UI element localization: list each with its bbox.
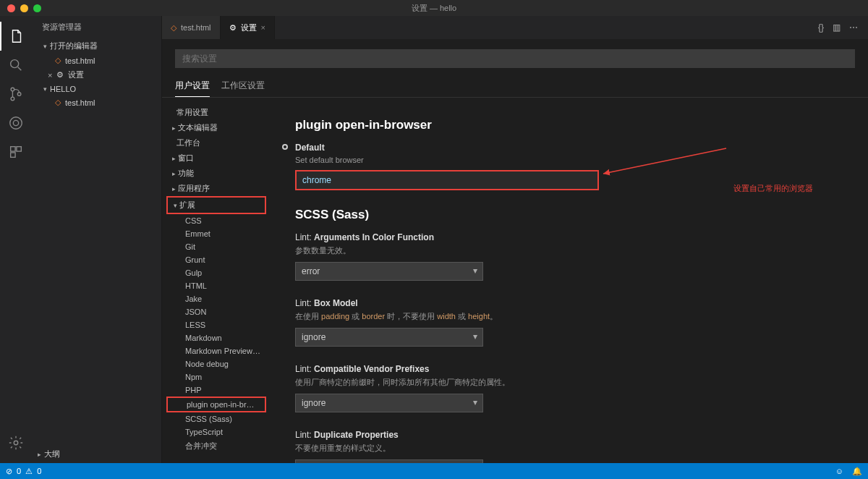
lint-select[interactable]: ignore <box>295 328 483 347</box>
setting-description: 不要使用重复的样式定义。 <box>295 443 843 454</box>
braces-icon[interactable]: {} <box>818 22 824 33</box>
warnings-icon[interactable]: ⚠ <box>25 467 33 476</box>
notifications-icon[interactable]: 🔔 <box>852 467 862 476</box>
svg-point-2 <box>11 97 14 101</box>
close-icon[interactable]: × <box>261 23 265 32</box>
toc-item[interactable]: CSS <box>166 214 266 227</box>
explorer-icon[interactable] <box>0 22 32 51</box>
svg-point-1 <box>11 88 14 91</box>
svg-point-5 <box>13 120 18 125</box>
more-icon[interactable]: ⋯ <box>849 22 858 33</box>
side-panel: 资源管理器 ▾打开的编辑器 ◇test.html ×⚙设置 ▾HELLO ◇te… <box>32 16 162 463</box>
warning-count: 0 <box>37 467 41 475</box>
toc-item[interactable]: ▸ 应用程序 <box>166 181 266 196</box>
workspace-settings-tab[interactable]: 工作区设置 <box>221 75 265 97</box>
chevron-down-icon: ▾ <box>174 202 179 209</box>
annotation-text: 设置自己常用的浏览器 <box>733 183 813 194</box>
svg-rect-7 <box>17 147 21 151</box>
svg-point-3 <box>17 93 21 96</box>
svg-point-4 <box>10 117 22 130</box>
toc-item[interactable]: HTML <box>166 279 266 292</box>
open-editor-item[interactable]: ×⚙设置 <box>38 67 161 82</box>
close-icon[interactable]: × <box>48 71 52 80</box>
setting-label: Default <box>295 143 843 153</box>
toc-item[interactable]: PHP <box>166 383 266 397</box>
svg-rect-6 <box>11 147 15 151</box>
toc-item-extensions[interactable]: ▾ 扩展 <box>166 196 266 214</box>
lint-select[interactable]: error <box>295 262 483 281</box>
titlebar: 设置 — hello <box>0 0 868 16</box>
editor-tabs: ◇test.html ⚙设置× {} ▥ ⋯ <box>162 16 868 39</box>
chevron-right-icon: ▸ <box>172 170 178 177</box>
error-count: 0 <box>17 467 21 475</box>
setting-label: Lint: Duplicate Properties <box>295 430 843 440</box>
toc-item[interactable]: 工作台 <box>166 135 266 151</box>
toc-item[interactable]: JSON <box>166 305 266 318</box>
toc-item[interactable]: 常用设置 <box>166 105 266 120</box>
svg-rect-8 <box>11 153 15 157</box>
source-control-icon[interactable] <box>0 80 32 109</box>
debug-icon[interactable] <box>0 109 32 137</box>
toc-item[interactable]: TypeScript <box>166 425 266 438</box>
toc-item[interactable]: Jake <box>166 292 266 305</box>
maximize-icon[interactable] <box>33 4 41 12</box>
toc-item[interactable]: ▸ 功能 <box>166 166 266 181</box>
toc-item[interactable]: Gulp <box>166 266 266 279</box>
open-editor-item[interactable]: ◇test.html <box>38 54 161 67</box>
toc-item[interactable]: Node debug <box>166 357 266 370</box>
chevron-right-icon: ▸ <box>172 185 178 192</box>
setting-label: Lint: Compatible Vendor Prefixes <box>295 364 843 374</box>
html-file-icon: ◇ <box>55 98 61 107</box>
side-panel-title: 资源管理器 <box>32 16 161 38</box>
split-editor-icon[interactable]: ▥ <box>833 22 841 33</box>
section-title: SCSS (Sass) <box>295 208 843 222</box>
minimize-icon[interactable] <box>20 4 28 12</box>
toc-item[interactable]: LESS <box>166 318 266 331</box>
setting-description: 在使用 padding 或 border 时，不要使用 width 或 heig… <box>295 311 843 322</box>
toc-item[interactable]: 合并冲突 <box>166 438 266 454</box>
activity-bar <box>0 16 32 463</box>
gear-icon: ⚙ <box>229 23 237 33</box>
setting-description: 参数数量无效。 <box>295 245 843 256</box>
chevron-down-icon: ▾ <box>43 85 47 93</box>
default-browser-input[interactable] <box>295 170 599 190</box>
settings-toc: 常用设置 ▸ 文本编辑器 工作台 ▸ 窗口 ▸ 功能 ▸ 应用程序 ▾ 扩展 C… <box>162 98 271 463</box>
statusbar: ⊘0 ⚠0 ☺ 🔔 <box>0 463 868 479</box>
toc-item[interactable]: Markdown Preview … <box>166 344 266 357</box>
outline-header[interactable]: ▸大纲 <box>32 446 162 462</box>
extensions-icon[interactable] <box>0 137 32 166</box>
toc-item[interactable]: ▸ 文本编辑器 <box>166 120 266 135</box>
toc-item[interactable]: Emmet <box>166 227 266 240</box>
toc-item[interactable]: Markdown <box>166 331 266 344</box>
open-editors-header[interactable]: ▾打开的编辑器 <box>38 38 161 54</box>
modified-indicator-icon <box>282 144 288 150</box>
close-icon[interactable] <box>7 4 15 12</box>
folder-header[interactable]: ▾HELLO <box>38 82 161 96</box>
feedback-icon[interactable]: ☺ <box>835 467 843 476</box>
gear-icon: ⚙ <box>56 70 64 80</box>
lint-select[interactable]: ignore <box>295 459 483 463</box>
toc-item[interactable]: Git <box>166 240 266 253</box>
setting-label: Lint: Box Model <box>295 298 843 308</box>
user-settings-tab[interactable]: 用户设置 <box>175 75 210 97</box>
setting-label: Lint: Arguments In Color Function <box>295 232 843 242</box>
tab-test-html[interactable]: ◇test.html <box>162 16 221 39</box>
svg-point-0 <box>11 60 19 68</box>
settings-search-input[interactable] <box>175 49 855 68</box>
toc-item[interactable]: Npm <box>166 370 266 383</box>
setting-description: 使用厂商特定的前缀时，同时添加所有其他厂商特定的属性。 <box>295 377 843 388</box>
chevron-right-icon: ▸ <box>172 124 178 132</box>
file-item[interactable]: ◇test.html <box>38 96 161 109</box>
chevron-right-icon: ▸ <box>172 155 178 162</box>
toc-item[interactable]: ▸ 窗口 <box>166 151 266 166</box>
tab-settings[interactable]: ⚙设置× <box>221 16 275 39</box>
settings-gear-icon[interactable] <box>0 428 32 457</box>
editor-area: ◇test.html ⚙设置× {} ▥ ⋯ 用户设置 工作区设置 常用设置 ▸… <box>162 16 868 463</box>
errors-icon[interactable]: ⊘ <box>6 467 12 476</box>
toc-item[interactable]: plugin open-in-br… <box>166 397 266 412</box>
search-icon[interactable] <box>0 51 32 80</box>
toc-item[interactable]: SCSS (Sass) <box>166 412 266 425</box>
lint-select[interactable]: ignore <box>295 394 483 412</box>
chevron-right-icon: ▸ <box>38 451 41 458</box>
toc-item[interactable]: Grunt <box>166 253 266 266</box>
